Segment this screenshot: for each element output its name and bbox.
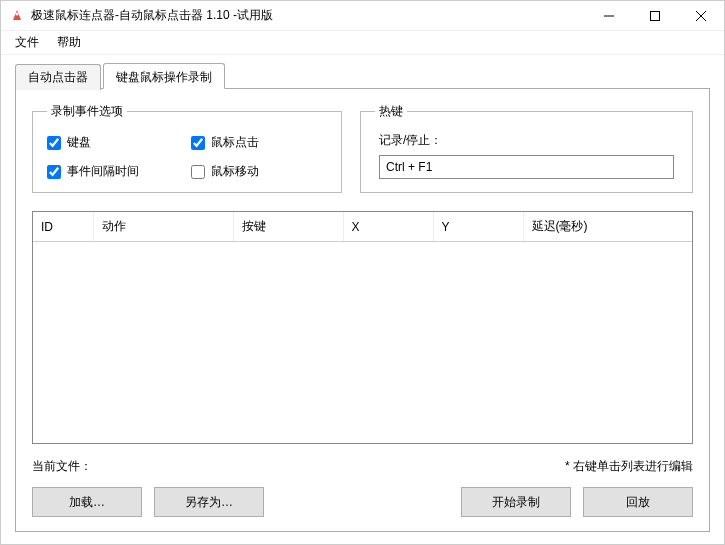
- checkbox-mouse-move-input[interactable]: [191, 165, 205, 179]
- col-delay[interactable]: 延迟(毫秒): [523, 212, 692, 242]
- load-button[interactable]: 加载…: [32, 487, 142, 517]
- checkbox-mouse-move[interactable]: 鼠标移动: [191, 163, 327, 180]
- menu-file[interactable]: 文件: [7, 31, 47, 54]
- window-title: 极速鼠标连点器-自动鼠标点击器 1.10 -试用版: [31, 7, 586, 24]
- checkbox-mouse-click[interactable]: 鼠标点击: [191, 134, 327, 151]
- panel-footer: 当前文件： * 右键单击列表进行编辑: [32, 458, 693, 475]
- checkbox-event-interval[interactable]: 事件间隔时间: [47, 163, 183, 180]
- checkbox-keyboard[interactable]: 键盘: [47, 134, 183, 151]
- record-options-legend: 录制事件选项: [47, 103, 127, 120]
- events-table: ID 动作 按键 X Y 延迟(毫秒): [33, 212, 692, 242]
- tab-kbm-recorder[interactable]: 键盘鼠标操作录制: [103, 63, 225, 89]
- hotkey-input[interactable]: [379, 155, 674, 179]
- col-key[interactable]: 按键: [233, 212, 343, 242]
- svg-rect-1: [651, 11, 660, 20]
- col-y[interactable]: Y: [433, 212, 523, 242]
- checkbox-event-interval-input[interactable]: [47, 165, 61, 179]
- maximize-button[interactable]: [632, 1, 678, 30]
- current-file: 当前文件：: [32, 458, 92, 475]
- window-controls: [586, 1, 724, 30]
- hotkey-group: 热键 记录/停止：: [360, 103, 693, 193]
- tabstrip: 自动点击器 键盘鼠标操作录制: [15, 63, 710, 89]
- checkbox-keyboard-label: 键盘: [67, 134, 91, 151]
- checkbox-mouse-click-input[interactable]: [191, 136, 205, 150]
- checkbox-keyboard-input[interactable]: [47, 136, 61, 150]
- content-area: 自动点击器 键盘鼠标操作录制 录制事件选项 键盘 鼠标点击: [1, 55, 724, 544]
- record-options-group: 录制事件选项 键盘 鼠标点击 事件间隔时间: [32, 103, 342, 193]
- col-id[interactable]: ID: [33, 212, 93, 242]
- playback-button[interactable]: 回放: [583, 487, 693, 517]
- col-x[interactable]: X: [343, 212, 433, 242]
- save-as-button[interactable]: 另存为…: [154, 487, 264, 517]
- svg-point-0: [16, 12, 19, 15]
- close-button[interactable]: [678, 1, 724, 30]
- start-record-button[interactable]: 开始录制: [461, 487, 571, 517]
- current-file-label: 当前文件：: [32, 459, 92, 473]
- app-icon: [9, 8, 25, 24]
- checkbox-mouse-click-label: 鼠标点击: [211, 134, 259, 151]
- col-action[interactable]: 动作: [93, 212, 233, 242]
- table-header-row: ID 动作 按键 X Y 延迟(毫秒): [33, 212, 692, 242]
- tab-auto-clicker[interactable]: 自动点击器: [15, 64, 101, 90]
- events-table-wrap[interactable]: ID 动作 按键 X Y 延迟(毫秒): [32, 211, 693, 444]
- hotkey-legend: 热键: [375, 103, 407, 120]
- minimize-button[interactable]: [586, 1, 632, 30]
- button-row: 加载… 另存为… 开始录制 回放: [32, 487, 693, 517]
- context-menu-hint: * 右键单击列表进行编辑: [565, 458, 693, 475]
- titlebar: 极速鼠标连点器-自动鼠标点击器 1.10 -试用版: [1, 1, 724, 31]
- options-row: 录制事件选项 键盘 鼠标点击 事件间隔时间: [32, 103, 693, 193]
- checkbox-mouse-move-label: 鼠标移动: [211, 163, 259, 180]
- menubar: 文件 帮助: [1, 31, 724, 55]
- hotkey-label: 记录/停止：: [379, 132, 674, 149]
- checkbox-event-interval-label: 事件间隔时间: [67, 163, 139, 180]
- tab-panel-kbm-recorder: 录制事件选项 键盘 鼠标点击 事件间隔时间: [15, 89, 710, 532]
- menu-help[interactable]: 帮助: [49, 31, 89, 54]
- button-spacer: [276, 487, 449, 517]
